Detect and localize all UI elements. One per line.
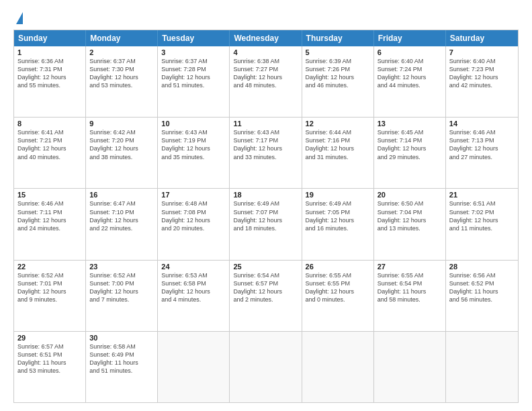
cell-info: Sunrise: 6:40 AM Sunset: 7:24 PM Dayligh…	[378, 57, 442, 90]
cal-cell: 21Sunrise: 6:51 AM Sunset: 7:02 PM Dayli…	[446, 189, 518, 259]
cell-info: Sunrise: 6:42 AM Sunset: 7:20 PM Dayligh…	[89, 128, 154, 161]
cal-cell: 14Sunrise: 6:46 AM Sunset: 7:13 PM Dayli…	[446, 118, 518, 188]
header	[13, 11, 519, 24]
cal-cell: 20Sunrise: 6:50 AM Sunset: 7:04 PM Dayli…	[374, 189, 446, 259]
cell-info: Sunrise: 6:55 AM Sunset: 6:55 PM Dayligh…	[306, 271, 370, 304]
cal-row-3: 15Sunrise: 6:46 AM Sunset: 7:11 PM Dayli…	[14, 188, 518, 259]
cell-info: Sunrise: 6:43 AM Sunset: 7:17 PM Dayligh…	[233, 128, 298, 161]
cell-day-number: 30	[89, 334, 154, 342]
cell-info: Sunrise: 6:52 AM Sunset: 7:01 PM Dayligh…	[17, 271, 82, 304]
cell-day-number: 6	[378, 48, 442, 56]
cell-day-number: 26	[306, 263, 370, 271]
cell-info: Sunrise: 6:49 AM Sunset: 7:07 PM Dayligh…	[233, 199, 298, 232]
cal-cell: 17Sunrise: 6:48 AM Sunset: 7:08 PM Dayli…	[158, 189, 230, 259]
cell-day-number: 10	[161, 120, 226, 128]
cal-cell: 10Sunrise: 6:43 AM Sunset: 7:19 PM Dayli…	[158, 118, 230, 188]
cal-cell: 29Sunrise: 6:57 AM Sunset: 6:51 PM Dayli…	[14, 332, 86, 402]
cell-info: Sunrise: 6:41 AM Sunset: 7:21 PM Dayligh…	[17, 128, 82, 161]
cell-info: Sunrise: 6:47 AM Sunset: 7:10 PM Dayligh…	[89, 199, 154, 232]
cal-cell	[302, 332, 374, 402]
cal-cell: 7Sunrise: 6:40 AM Sunset: 7:23 PM Daylig…	[446, 46, 518, 117]
cal-cell: 19Sunrise: 6:49 AM Sunset: 7:05 PM Dayli…	[302, 189, 374, 259]
cal-cell: 13Sunrise: 6:45 AM Sunset: 7:14 PM Dayli…	[374, 118, 446, 188]
cell-day-number: 21	[449, 191, 515, 199]
cal-header-monday: Monday	[86, 30, 158, 46]
cell-info: Sunrise: 6:49 AM Sunset: 7:05 PM Dayligh…	[306, 199, 370, 232]
cal-header-sunday: Sunday	[14, 30, 86, 46]
cell-day-number: 2	[89, 48, 154, 56]
cell-info: Sunrise: 6:44 AM Sunset: 7:16 PM Dayligh…	[306, 128, 370, 161]
cal-cell: 23Sunrise: 6:52 AM Sunset: 7:00 PM Dayli…	[86, 261, 158, 331]
calendar-header-row: SundayMondayTuesdayWednesdayThursdayFrid…	[14, 30, 518, 46]
cal-cell: 12Sunrise: 6:44 AM Sunset: 7:16 PM Dayli…	[302, 118, 374, 188]
cell-day-number: 18	[233, 191, 298, 199]
cal-header-friday: Friday	[374, 30, 446, 46]
cell-day-number: 9	[89, 120, 154, 128]
cell-info: Sunrise: 6:52 AM Sunset: 7:00 PM Dayligh…	[89, 271, 154, 304]
cell-day-number: 7	[449, 48, 515, 56]
cell-info: Sunrise: 6:46 AM Sunset: 7:11 PM Dayligh…	[17, 199, 82, 232]
cal-cell: 28Sunrise: 6:56 AM Sunset: 6:52 PM Dayli…	[446, 261, 518, 331]
cal-cell: 11Sunrise: 6:43 AM Sunset: 7:17 PM Dayli…	[230, 118, 302, 188]
cal-cell: 5Sunrise: 6:39 AM Sunset: 7:26 PM Daylig…	[302, 46, 374, 117]
cal-cell: 26Sunrise: 6:55 AM Sunset: 6:55 PM Dayli…	[302, 261, 374, 331]
cell-info: Sunrise: 6:39 AM Sunset: 7:26 PM Dayligh…	[306, 57, 370, 90]
logo-triangle-icon	[16, 12, 23, 24]
cell-day-number: 15	[17, 191, 82, 199]
cal-cell: 15Sunrise: 6:46 AM Sunset: 7:11 PM Dayli…	[14, 189, 86, 259]
cell-info: Sunrise: 6:45 AM Sunset: 7:14 PM Dayligh…	[378, 128, 442, 161]
cell-day-number: 1	[17, 48, 82, 56]
cal-row-5: 29Sunrise: 6:57 AM Sunset: 6:51 PM Dayli…	[14, 331, 518, 402]
cell-day-number: 29	[17, 334, 82, 342]
cal-cell	[446, 332, 518, 402]
cell-day-number: 20	[378, 191, 442, 199]
cell-day-number: 22	[17, 263, 82, 271]
cell-day-number: 11	[233, 120, 298, 128]
cal-cell: 3Sunrise: 6:37 AM Sunset: 7:28 PM Daylig…	[158, 46, 230, 117]
cal-cell: 6Sunrise: 6:40 AM Sunset: 7:24 PM Daylig…	[374, 46, 446, 117]
cal-cell: 4Sunrise: 6:38 AM Sunset: 7:27 PM Daylig…	[230, 46, 302, 117]
cell-day-number: 25	[233, 263, 298, 271]
cell-day-number: 4	[233, 48, 298, 56]
cell-info: Sunrise: 6:55 AM Sunset: 6:54 PM Dayligh…	[378, 271, 442, 304]
cell-info: Sunrise: 6:51 AM Sunset: 7:02 PM Dayligh…	[449, 199, 515, 232]
cell-day-number: 24	[161, 263, 226, 271]
calendar: SundayMondayTuesdayWednesdayThursdayFrid…	[13, 30, 519, 403]
cal-cell: 2Sunrise: 6:37 AM Sunset: 7:30 PM Daylig…	[86, 46, 158, 117]
cal-cell: 1Sunrise: 6:36 AM Sunset: 7:31 PM Daylig…	[14, 46, 86, 117]
cal-cell: 30Sunrise: 6:58 AM Sunset: 6:49 PM Dayli…	[86, 332, 158, 402]
cell-info: Sunrise: 6:56 AM Sunset: 6:52 PM Dayligh…	[449, 271, 515, 304]
cell-day-number: 17	[161, 191, 226, 199]
cal-cell: 18Sunrise: 6:49 AM Sunset: 7:07 PM Dayli…	[230, 189, 302, 259]
cell-info: Sunrise: 6:40 AM Sunset: 7:23 PM Dayligh…	[449, 57, 515, 90]
cell-day-number: 5	[306, 48, 370, 56]
cell-day-number: 27	[378, 263, 442, 271]
cell-info: Sunrise: 6:54 AM Sunset: 6:57 PM Dayligh…	[233, 271, 298, 304]
cal-row-1: 1Sunrise: 6:36 AM Sunset: 7:31 PM Daylig…	[14, 46, 518, 117]
cell-day-number: 23	[89, 263, 154, 271]
cal-cell: 24Sunrise: 6:53 AM Sunset: 6:58 PM Dayli…	[158, 261, 230, 331]
cal-row-2: 8Sunrise: 6:41 AM Sunset: 7:21 PM Daylig…	[14, 117, 518, 188]
cell-day-number: 19	[306, 191, 370, 199]
cal-cell	[230, 332, 302, 402]
cell-day-number: 16	[89, 191, 154, 199]
cell-info: Sunrise: 6:38 AM Sunset: 7:27 PM Dayligh…	[233, 57, 298, 90]
cell-info: Sunrise: 6:50 AM Sunset: 7:04 PM Dayligh…	[378, 199, 442, 232]
cell-info: Sunrise: 6:46 AM Sunset: 7:13 PM Dayligh…	[449, 128, 515, 161]
cell-info: Sunrise: 6:43 AM Sunset: 7:19 PM Dayligh…	[161, 128, 226, 161]
cell-info: Sunrise: 6:48 AM Sunset: 7:08 PM Dayligh…	[161, 199, 226, 232]
cal-header-wednesday: Wednesday	[230, 30, 302, 46]
cal-header-saturday: Saturday	[446, 30, 518, 46]
cal-cell: 22Sunrise: 6:52 AM Sunset: 7:01 PM Dayli…	[14, 261, 86, 331]
cal-row-4: 22Sunrise: 6:52 AM Sunset: 7:01 PM Dayli…	[14, 260, 518, 331]
cal-cell	[374, 332, 446, 402]
cell-day-number: 12	[306, 120, 370, 128]
cell-info: Sunrise: 6:58 AM Sunset: 6:49 PM Dayligh…	[89, 342, 154, 375]
cal-cell: 8Sunrise: 6:41 AM Sunset: 7:21 PM Daylig…	[14, 118, 86, 188]
cell-info: Sunrise: 6:36 AM Sunset: 7:31 PM Dayligh…	[17, 57, 82, 90]
cal-header-thursday: Thursday	[302, 30, 374, 46]
calendar-body: 1Sunrise: 6:36 AM Sunset: 7:31 PM Daylig…	[14, 46, 518, 402]
cell-day-number: 14	[449, 120, 515, 128]
cell-info: Sunrise: 6:37 AM Sunset: 7:30 PM Dayligh…	[89, 57, 154, 90]
cell-day-number: 8	[17, 120, 82, 128]
